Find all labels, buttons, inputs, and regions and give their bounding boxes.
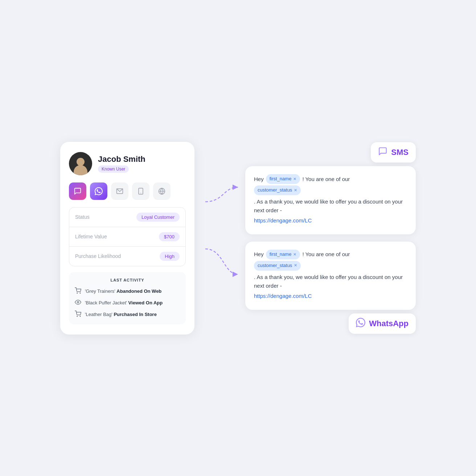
whatsapp-channel-button[interactable]	[90, 182, 107, 200]
status-value: Loyal Customer	[136, 213, 180, 222]
channel-icons	[69, 182, 186, 200]
wa-badge-label: WhatsApp	[369, 319, 409, 328]
wa-msg-part3: . As a thank you, we would like to offer…	[254, 273, 407, 290]
lifetime-value-label: Lifetime Value	[75, 234, 107, 239]
status-label: Status	[75, 214, 90, 220]
purchase-likelihood-value: High	[160, 252, 180, 261]
sms-msg-part3: . As a thank you, we would like to offer…	[254, 197, 407, 215]
cart-icon-2	[75, 311, 81, 319]
data-rows: Status Loyal Customer Lifetime Value $70…	[69, 207, 186, 266]
svg-point-8	[77, 316, 78, 317]
sms-badge-label: SMS	[391, 148, 409, 157]
connector-area	[194, 102, 238, 374]
wa-msg-link[interactable]: https://dengage.com/LC	[254, 292, 312, 300]
sms-msg-link[interactable]: https://dengage.com/LC	[254, 216, 312, 225]
lifetime-value-value: $700	[159, 232, 180, 241]
lifetime-value-row: Lifetime Value $700	[69, 227, 185, 247]
purchase-likelihood-label: Purchase Likelihood	[75, 253, 121, 259]
wa-group: Hey first_name ✕ ! You are one of our cu…	[245, 242, 416, 334]
svg-point-6	[80, 293, 81, 294]
connector-svg	[194, 102, 238, 374]
email-channel-button[interactable]	[111, 182, 128, 200]
wa-badge: WhatsApp	[349, 313, 416, 334]
wa-tag1-close[interactable]: ✕	[293, 251, 296, 258]
sms-tag-firstname: first_name ✕	[266, 174, 300, 184]
wa-tag2-close[interactable]: ✕	[294, 262, 297, 269]
sms-badge-icon	[378, 147, 387, 158]
activity-text-1: 'Grey Trainers' Abandoned On Web	[85, 288, 161, 294]
svg-point-5	[77, 293, 78, 294]
last-activity-title: LAST ACTIVITY	[75, 278, 180, 282]
wa-tag-firstname: first_name ✕	[266, 250, 300, 259]
wa-badge-icon	[356, 318, 365, 329]
activity-text-3: 'Leather Bag' Purchased In Store	[85, 312, 157, 317]
status-row: Status Loyal Customer	[69, 208, 185, 227]
sms-tag1-close[interactable]: ✕	[293, 176, 296, 182]
wa-msg-part1: Hey	[254, 250, 264, 259]
profile-card: Jacob Smith Known User	[60, 142, 194, 335]
eye-icon	[75, 299, 81, 307]
activity-item-3: 'Leather Bag' Purchased In Store	[75, 311, 180, 319]
sms-tag2-close[interactable]: ✕	[294, 187, 297, 194]
cart-icon-1	[75, 287, 81, 295]
push-channel-button[interactable]	[132, 182, 149, 200]
sms-msg-part2: ! You are one of our	[302, 175, 350, 184]
sms-channel-button[interactable]	[69, 182, 86, 200]
messages-area: SMS Hey first_name ✕ ! You are one of ou…	[238, 142, 416, 333]
profile-name: Jacob Smith	[98, 155, 145, 164]
wa-message-bubble: Hey first_name ✕ ! You are one of our cu…	[245, 242, 416, 310]
svg-point-9	[80, 316, 81, 317]
wa-msg-part2: ! You are one of our	[302, 250, 350, 259]
sms-badge: SMS	[371, 142, 416, 163]
purchase-likelihood-row: Purchase Likelihood High	[69, 247, 185, 266]
sms-tag-customer-status: customer_status ✕	[254, 185, 301, 195]
known-user-badge: Known User	[98, 165, 129, 173]
avatar	[69, 152, 92, 175]
activity-item-1: 'Grey Trainers' Abandoned On Web	[75, 287, 180, 295]
sms-group: SMS Hey first_name ✕ ! You are one of ou…	[245, 142, 416, 234]
profile-info: Jacob Smith Known User	[98, 155, 145, 173]
svg-point-7	[77, 301, 79, 303]
activity-item-2: 'Black Puffer Jacket' Viewed On App	[75, 299, 180, 307]
profile-header: Jacob Smith Known User	[69, 152, 186, 175]
web-channel-button[interactable]	[153, 182, 171, 200]
last-activity: LAST ACTIVITY 'Grey Trainers' Abandoned …	[69, 272, 186, 324]
sms-msg-part1: Hey	[254, 175, 264, 184]
wa-tag-customer-status: customer_status ✕	[254, 261, 301, 271]
sms-message-bubble: Hey first_name ✕ ! You are one of our cu…	[245, 166, 416, 234]
activity-text-2: 'Black Puffer Jacket' Viewed On App	[85, 300, 163, 305]
main-scene: Jacob Smith Known User	[60, 102, 416, 374]
